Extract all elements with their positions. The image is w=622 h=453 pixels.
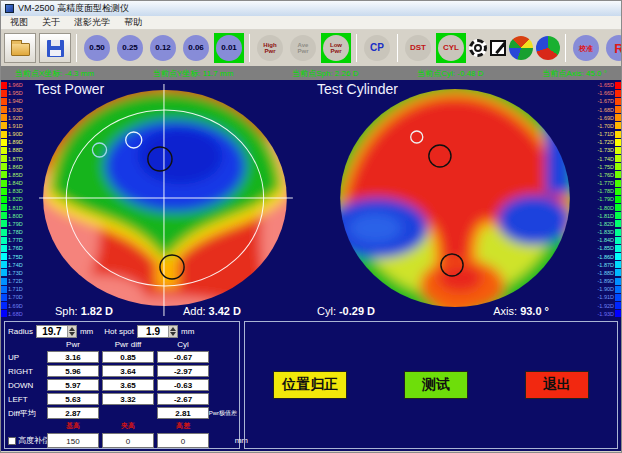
dst-button[interactable]: DST: [403, 33, 433, 63]
value-box[interactable]: 2.87: [47, 407, 99, 419]
comp-value-box[interactable]: 150: [47, 433, 99, 448]
hotspot-stepper[interactable]: 1.9: [137, 325, 178, 338]
exit-button[interactable]: 退出: [525, 371, 589, 399]
scale-swatch: [1, 90, 7, 97]
value-box[interactable]: 5.96: [47, 365, 99, 377]
low-pwr-button[interactable]: LowPwr: [321, 33, 351, 63]
value-box[interactable]: -2.67: [157, 393, 209, 405]
scale-entry: 1.91D: [1, 122, 29, 130]
scale-tick-label: 1.68D: [8, 311, 23, 317]
value-box[interactable]: 0.85: [102, 351, 154, 363]
align-button[interactable]: 位置归正: [273, 371, 347, 399]
radius-value[interactable]: 19.7: [37, 326, 67, 337]
value-box[interactable]: 2.81: [157, 407, 209, 419]
step-0-25-button[interactable]: 0.25: [115, 33, 145, 63]
ave-pwr-button[interactable]: AvePwr: [288, 33, 318, 63]
scale-entry: 1.85D: [1, 171, 29, 179]
scale-tick-label: -1.70D: [597, 123, 614, 129]
save-button[interactable]: [39, 33, 71, 63]
value-box[interactable]: 3.65: [102, 379, 154, 391]
save-icon: [47, 40, 64, 57]
toolbar-separator: [249, 34, 250, 62]
cyl-button[interactable]: CYL: [436, 33, 466, 63]
scale-swatch: [1, 171, 7, 178]
cp-button[interactable]: CP: [362, 33, 392, 63]
status-bar: 当前点X坐标: -4.3 mm当前点Y坐标: 11.7 mm当前点Sph: 2.…: [1, 66, 621, 80]
scale-tick-label: -1.76D: [597, 172, 614, 178]
scale-swatch: [615, 90, 621, 97]
scale-tick-label: -1.85D: [597, 245, 614, 251]
scale-tick-label: -1.82D: [597, 221, 614, 227]
value-box[interactable]: 5.97: [47, 379, 99, 391]
scale-tick-label: 1.72D: [8, 278, 23, 284]
arrow-down-icon[interactable]: [170, 332, 176, 336]
menu-item-1[interactable]: 关于: [35, 16, 67, 29]
test-button[interactable]: 测试: [404, 371, 468, 399]
cylinder-map-title: Test Cylinder: [317, 81, 398, 97]
value-box[interactable]: -0.63: [157, 379, 209, 391]
scale-swatch: [1, 261, 7, 268]
step-0-12-button[interactable]: 0.12: [148, 33, 178, 63]
scale-tick-label: -1.83D: [597, 229, 614, 235]
scale-entry: -1.92D: [593, 302, 621, 310]
arrow-up-icon[interactable]: [170, 327, 176, 331]
value-box[interactable]: 5.63: [47, 393, 99, 405]
scale-entry: 1.87D: [1, 155, 29, 163]
open-button[interactable]: [4, 33, 36, 63]
row-label: Diff平均: [8, 408, 44, 419]
comp-value-box[interactable]: 0: [102, 433, 154, 448]
height-compensation-toggle[interactable]: 高度补偿: [8, 435, 44, 446]
scale-entry: 1.89D: [1, 138, 29, 146]
hotspot-value[interactable]: 1.9: [138, 326, 168, 337]
settings-button[interactable]: [469, 39, 487, 57]
ave-pwr-face: AvePwr: [290, 35, 316, 61]
step-0-01-button[interactable]: 0.01: [214, 33, 244, 63]
hotspot-spinner-arrows[interactable]: [168, 326, 177, 337]
scale-tick-label: 1.73D: [8, 270, 23, 276]
edit-button[interactable]: [490, 40, 506, 56]
value-box[interactable]: 3.16: [47, 351, 99, 363]
scale-tick-label: -1.90D: [597, 286, 614, 292]
value-box[interactable]: 3.64: [102, 365, 154, 377]
scale-entry: 1.94D: [1, 97, 29, 105]
step-0-50-face: 0.50: [84, 35, 110, 61]
scale-swatch: [615, 147, 621, 154]
scale-tick-label: -1.92D: [597, 303, 614, 309]
cylinder-map-view-button[interactable]: [536, 36, 560, 60]
radius-stepper[interactable]: 19.7: [36, 325, 77, 338]
height-compensation-label: 高度补偿: [18, 435, 50, 446]
scale-tick-label: 1.79D: [8, 221, 23, 227]
cylinder-heatmap[interactable]: [311, 80, 593, 319]
step-0-50-button[interactable]: 0.50: [82, 33, 112, 63]
power-map-view-button[interactable]: [509, 36, 533, 60]
maps-region: 1.96D1.95D1.94D1.93D1.92D1.91D1.90D1.89D…: [1, 80, 621, 319]
bottom-region: Radius 19.7 mm Hot spot 1.9 mm PwrPwr di…: [1, 319, 621, 451]
scale-tick-label: -1.91D: [597, 294, 614, 300]
scale-swatch: [1, 269, 7, 276]
value-box[interactable]: -0.67: [157, 351, 209, 363]
value-box[interactable]: 3.32: [102, 393, 154, 405]
checkbox-icon[interactable]: [8, 437, 16, 445]
high-pwr-button[interactable]: HighPwr: [255, 33, 285, 63]
sph-readout: Sph:1.82 D: [55, 305, 113, 317]
menu-item-3[interactable]: 帮助: [117, 16, 149, 29]
scale-swatch: [1, 147, 7, 154]
scale-tick-label: 1.94D: [8, 98, 23, 104]
reset-r-button[interactable]: R: [604, 33, 622, 63]
scale-swatch: [1, 82, 7, 89]
arrow-down-icon[interactable]: [69, 332, 75, 336]
radius-spinner-arrows[interactable]: [67, 326, 76, 337]
menu-item-2[interactable]: 湛影光学: [67, 16, 117, 29]
arrow-up-icon[interactable]: [69, 327, 75, 331]
scale-entry: 1.93D: [1, 106, 29, 114]
comp-value-box[interactable]: 0: [157, 433, 209, 448]
calibrate-button[interactable]: 校准: [571, 33, 601, 63]
value-box[interactable]: -2.97: [157, 365, 209, 377]
scale-entry: 1.88D: [1, 146, 29, 154]
scale-entry: 1.77D: [1, 236, 29, 244]
power-heatmap[interactable]: [29, 80, 311, 319]
step-0-06-button[interactable]: 0.06: [181, 33, 211, 63]
table-row-LEFT: LEFT5.633.32-2.67: [8, 393, 236, 405]
scale-entry: 1.73D: [1, 269, 29, 277]
menu-item-0[interactable]: 视图: [3, 16, 35, 29]
